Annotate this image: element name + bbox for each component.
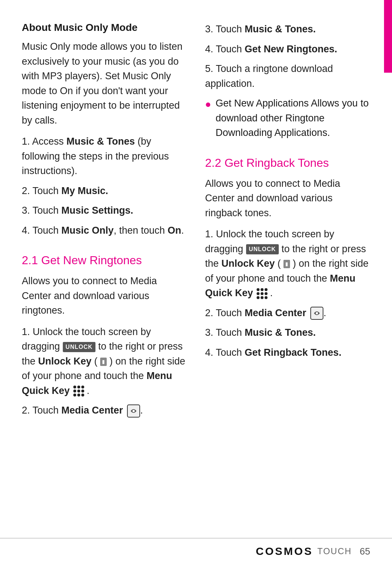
unlock-key-icon-rb: ▮ <box>283 260 290 268</box>
content-area: About Music Only Mode Music Only mode al… <box>0 0 392 538</box>
music-tones-label-r: Music & Tones. <box>245 24 316 35</box>
about-music-section: About Music Only Mode Music Only mode al… <box>22 22 187 243</box>
get-ringback-tones-label: Get Ringback Tones. <box>245 347 342 358</box>
ringtones-step-1: 1. Unlock the touch screen by dragging U… <box>22 325 187 398</box>
ringtones-step-4-right: 4. Touch Get New Ringtones. <box>205 42 370 57</box>
footer-brand: COSMOS <box>256 545 313 557</box>
menu-quick-key-icon-rb <box>257 288 268 299</box>
get-ringback-tones-section: 2.2 Get Ringback Tones Allows you to con… <box>205 145 370 365</box>
ringback-step-4: 4. Touch Get Ringback Tones. <box>205 345 370 360</box>
get-new-applications-text: Get New Applications Allows you to downl… <box>216 96 370 140</box>
ringtones-step-2-left: 2. Touch Media Center . <box>22 403 187 418</box>
menu-quick-key-label-rb: Menu Quick Key <box>205 273 355 299</box>
about-item-3-bold: Music Settings. <box>61 205 133 216</box>
ringtones-step-5-right: 5. Touch a ringtone download application… <box>205 61 370 91</box>
about-item-2: 2. Touch My Music. <box>22 184 187 198</box>
ringback-step-1: 1. Unlock the touch screen by dragging U… <box>205 227 370 301</box>
get-new-applications-label: Get New Applications <box>216 98 309 109</box>
about-item-4-on: On <box>168 225 181 236</box>
right-column: 3. Touch Music & Tones. 4. Touch Get New… <box>205 22 370 523</box>
ringback-step-3: 3. Touch Music & Tones. <box>205 325 370 340</box>
get-new-ringtones-label-r: Get New Ringtones. <box>245 44 337 55</box>
get-new-applications-bullet: ● Get New Applications Allows you to dow… <box>205 96 370 140</box>
unlock-badge-rb: UNLOCK <box>246 244 279 254</box>
get-new-ringtones-body: Allows you to connect to Media Center an… <box>22 274 187 318</box>
menu-quick-key-icon <box>73 386 84 396</box>
svg-point-1 <box>132 410 135 412</box>
svg-point-3 <box>315 312 318 315</box>
about-item-4-bold: Music Only <box>61 225 114 236</box>
unlock-key-label-rb: Unlock Key <box>221 258 275 269</box>
bullet-dot-icon: ● <box>205 97 211 112</box>
right-tab-decoration <box>384 0 392 73</box>
footer-touch: TOUCH <box>317 546 352 556</box>
cosmos-text: COSMOS <box>256 545 313 557</box>
media-center-icon-left <box>127 404 140 418</box>
footer-page-num: 65 <box>360 546 370 557</box>
ringtones-step-3-right: 3. Touch Music & Tones. <box>205 22 370 37</box>
media-center-icon-rb <box>310 307 323 320</box>
about-item-2-bold: My Music. <box>61 185 108 196</box>
unlock-key-icon: ▮ <box>100 358 107 366</box>
about-music-heading: About Music Only Mode <box>22 22 187 33</box>
get-new-ringtones-section: 2.1 Get New Ringtones Allows you to conn… <box>22 243 187 423</box>
left-column: About Music Only Mode Music Only mode al… <box>22 22 187 523</box>
footer: COSMOS TOUCH 65 <box>0 538 392 564</box>
get-ringback-tones-title: 2.2 Get Ringback Tones <box>205 156 370 170</box>
about-item-1-bold: Music & Tones <box>66 136 135 147</box>
media-center-label-left: Media Center <box>61 405 123 416</box>
unlock-badge: UNLOCK <box>63 342 95 352</box>
media-center-label-rb: Media Center <box>245 307 306 318</box>
unlock-key-label: Unlock Key <box>38 356 91 367</box>
menu-quick-key-label: Menu Quick Key <box>22 370 172 396</box>
about-item-4: 4. Touch Music Only, then touch On. <box>22 223 187 238</box>
about-music-body: Music Only mode allows you to listen exc… <box>22 39 187 128</box>
get-ringback-tones-body: Allows you to connect to Media Center an… <box>205 176 370 221</box>
ringback-step-2: 2. Touch Media Center . <box>205 306 370 321</box>
about-item-1: 1. Access Music & Tones (by following th… <box>22 134 187 178</box>
about-item-3: 3. Touch Music Settings. <box>22 203 187 218</box>
music-tones-label-rb: Music & Tones. <box>245 327 316 338</box>
get-new-ringtones-title: 2.1 Get New Ringtones <box>22 254 187 267</box>
page-container: About Music Only Mode Music Only mode al… <box>0 0 392 564</box>
